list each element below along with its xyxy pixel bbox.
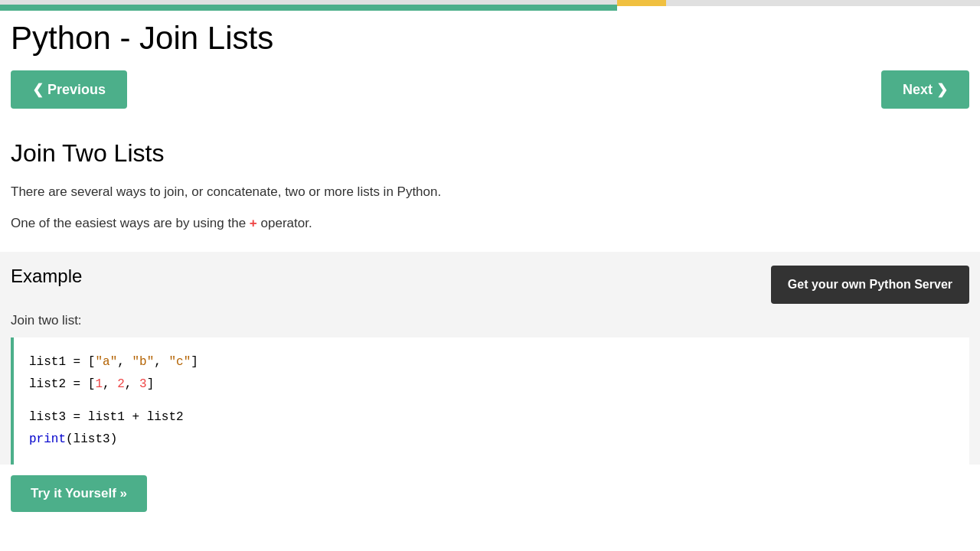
code-bracket2: ] [147,377,155,391]
code-line-1: list1 = ["a", "b", "c"] [29,351,954,373]
example-label: Example [11,266,82,287]
code-num2: 2 [117,377,125,391]
code-list2-plain: list2 = [ [29,377,95,391]
description2-after: operator. [261,216,312,230]
section-heading: Join Two Lists [11,139,969,168]
code-str3: "c" [168,355,191,369]
description2-before: One of the easiest ways are by using the [11,216,246,230]
code-str1: "a" [95,355,117,369]
code-num1: 1 [95,377,103,391]
progress-bar [0,0,980,6]
page-title: Python - Join Lists [11,20,969,57]
code-comma3: , [103,377,117,391]
example-header: Example Get your own Python Server [11,266,969,304]
example-description: Join two list: [11,313,969,328]
example-box: Example Get your own Python Server Join … [0,252,980,464]
code-comma1: , [117,355,132,369]
code-list3-plain: list3 = list1 + list2 [29,410,184,424]
nav-buttons: ❮ Previous Next ❯ [11,70,969,109]
try-yourself-button[interactable]: Try it Yourself » [11,475,147,512]
code-bracket1: ] [191,355,198,369]
code-comma4: , [125,377,139,391]
description1: There are several ways to join, or conca… [11,181,969,202]
operator-highlight: + [250,216,257,230]
description2: One of the easiest ways are by using the… [11,213,969,233]
code-blank-line [29,396,954,406]
previous-button[interactable]: ❮ Previous [11,70,127,109]
code-block: list1 = ["a", "b", "c"] list2 = [1, 2, 3… [11,337,969,464]
code-line-4: print(list3) [29,429,954,451]
code-comma2: , [154,355,168,369]
code-print-args: (list3) [66,432,117,446]
code-str2: "b" [132,355,154,369]
progress-bar-marker [617,0,666,6]
content-section: Join Two Lists There are several ways to… [0,124,980,252]
next-button[interactable]: Next ❯ [881,70,969,109]
code-print-keyword: print [29,432,66,446]
python-server-button[interactable]: Get your own Python Server [771,266,969,304]
progress-bar-fill [0,5,617,11]
code-list1-plain: list1 = [ [29,355,95,369]
code-num3: 3 [139,377,147,391]
header-section: Python - Join Lists ❮ Previous Next ❯ [0,6,980,124]
code-line-3: list3 = list1 + list2 [29,406,954,429]
try-yourself-section: Try it Yourself » [0,465,980,520]
code-line-2: list2 = [1, 2, 3] [29,373,954,396]
